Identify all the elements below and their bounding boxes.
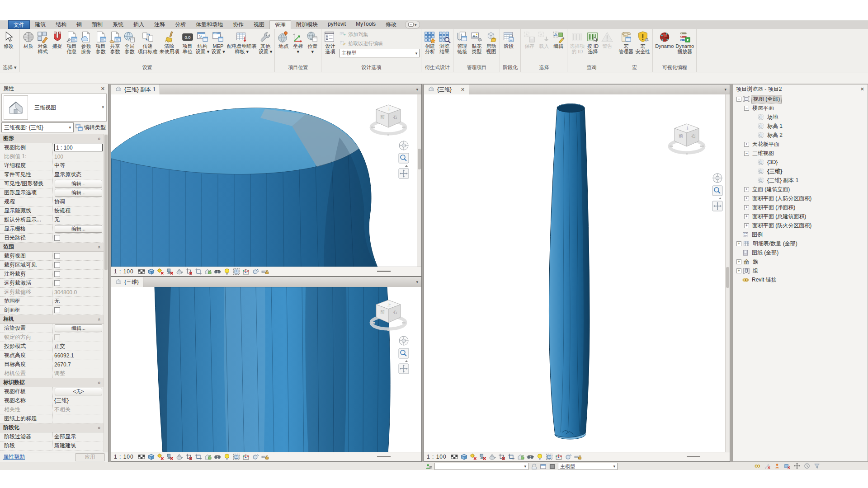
property-value-input[interactable]: 1 : 100 — [54, 144, 103, 151]
collapse-icon[interactable]: − — [744, 106, 749, 111]
ribbon-button-Dynamo[interactable]: Dynamo — [654, 30, 675, 49]
highlight-displacement-sets-icon[interactable] — [252, 453, 259, 460]
checkbox[interactable] — [54, 307, 60, 313]
tree-item-天花板平面[interactable]: +天花板平面 — [733, 140, 868, 149]
tree-item-面积平面 (总建筑面积)[interactable]: +面积平面 (总建筑面积) — [733, 212, 868, 221]
collapse-icon[interactable]: − — [736, 97, 741, 102]
chevron-down-icon[interactable]: ▾ — [102, 105, 104, 109]
rendering-dialog-icon[interactable] — [176, 453, 183, 460]
view-tab-active[interactable]: {三维} ✕ — [424, 84, 469, 94]
checkbox[interactable] — [54, 235, 60, 241]
selection-filter-icon[interactable] — [814, 463, 821, 469]
temporary-view-properties-icon[interactable] — [233, 268, 240, 275]
ribbon-button-捕捉[interactable]: 捕捉 — [50, 30, 65, 49]
ribbon-button-配电盘明细表样板[interactable]: 配电盘明细表样板 ▾ — [226, 30, 258, 54]
expand-icon[interactable]: + — [744, 196, 749, 201]
ribbon-button-创建分析[interactable]: 创建分析 — [423, 30, 437, 54]
menu-tab-file[interactable]: 文件 — [8, 20, 30, 29]
tree-item-三维视图[interactable]: −三维视图 — [733, 149, 868, 158]
temporary-hide-isolate-icon[interactable] — [214, 268, 221, 275]
edit-button[interactable]: 编辑... — [55, 180, 102, 188]
view-scale[interactable]: 1 : 100 — [114, 454, 134, 460]
highlight-displacement-sets-icon[interactable] — [252, 268, 259, 275]
shadows-off-icon[interactable] — [166, 453, 174, 460]
reveal-hidden-elements-icon[interactable] — [223, 268, 231, 275]
ribbon-button-地点[interactable]: 地点 — [276, 30, 291, 49]
edit-button[interactable]: 编辑... — [55, 324, 102, 332]
expand-icon[interactable]: + — [744, 205, 749, 210]
collapse-icon[interactable]: − — [744, 151, 749, 156]
edit-button[interactable]: <无> — [55, 388, 102, 395]
view-scale[interactable]: 1 : 100 — [427, 454, 447, 460]
tab-list-caret-icon[interactable]: ▾ — [413, 277, 421, 287]
viewport-canvas[interactable]: 上前右 — [111, 287, 421, 452]
tree-item-Revit 链接[interactable]: Revit 链接 — [733, 275, 868, 284]
ribbon-button-阶段[interactable]: 阶段 — [501, 30, 516, 49]
menu-tab-pyRevit[interactable]: pyRevit — [323, 20, 351, 29]
ribbon-button-项目单位[interactable]: 0.0项目单位 — [180, 30, 195, 54]
expand-icon[interactable]: + — [736, 241, 741, 246]
menu-tab-结构[interactable]: 结构 — [51, 20, 71, 29]
viewcube[interactable]: 上前右 — [369, 294, 408, 333]
viewport-vscrollbar[interactable] — [417, 94, 421, 267]
menu-tab-注释[interactable]: 注释 — [149, 20, 170, 29]
viewcube[interactable]: 上前右 — [667, 118, 706, 157]
rendering-dialog-icon[interactable] — [489, 453, 496, 460]
visual-style-icon[interactable] — [460, 453, 467, 460]
rendering-dialog-icon[interactable] — [176, 268, 183, 275]
crop-view-off-icon[interactable] — [185, 453, 193, 460]
temporary-view-properties-icon[interactable] — [546, 453, 553, 460]
highlight-displacement-sets-icon[interactable] — [565, 453, 572, 460]
edit-type-button[interactable]: 编辑类型 — [75, 124, 107, 131]
tree-item-标高 1[interactable]: 标高 1 — [733, 122, 868, 131]
drag-elements-icon[interactable] — [794, 463, 801, 469]
tree-item-视图 (全部)[interactable]: −视图 (全部) — [733, 94, 868, 103]
tree-item-场地[interactable]: 场地 — [733, 113, 868, 122]
checkbox[interactable] — [54, 280, 60, 286]
viewport-hscrollbar[interactable] — [271, 452, 419, 461]
background-processes-icon[interactable] — [804, 463, 811, 469]
viewport-canvas[interactable]: 上前右 — [424, 94, 730, 452]
menu-tab-MyTools[interactable]: MyTools — [351, 20, 381, 29]
ribbon-button-其他设置[interactable]: 其他设置 ▾ — [258, 30, 274, 54]
view-tab[interactable]: {三维} 副本 1 — [111, 84, 160, 94]
ribbon-button-浏览结果[interactable]: 浏览结果 — [437, 30, 452, 54]
property-section-标识数据[interactable]: 标识数据« — [0, 378, 104, 387]
type-selector[interactable]: 三维视图: {三维} ▾ — [1, 122, 74, 132]
expand-icon[interactable]: + — [744, 214, 749, 219]
show-crop-region-icon[interactable] — [195, 268, 202, 275]
menu-tab-建筑[interactable]: 建筑 — [30, 20, 51, 29]
navigation-bar[interactable] — [712, 172, 723, 216]
detail-level-icon[interactable] — [451, 453, 458, 460]
menu-tab-钢[interactable]: 钢 — [71, 20, 87, 29]
workset-combo[interactable]: ▾ — [434, 463, 528, 470]
reveal-constraints-icon[interactable] — [261, 268, 269, 275]
view-scale[interactable]: 1 : 100 — [114, 268, 134, 275]
active-design-option-combo[interactable]: 主模型 ▾ — [558, 463, 618, 470]
tab-list-caret-icon[interactable]: ▾ — [721, 84, 730, 94]
select-pinned-icon[interactable] — [774, 463, 781, 469]
viewport-vscrollbar[interactable] — [725, 94, 730, 452]
reveal-constraints-icon[interactable] — [261, 453, 269, 460]
expand-icon[interactable]: + — [744, 142, 749, 147]
expand-icon[interactable]: + — [744, 223, 749, 228]
ribbon-button-宏管理器[interactable]: 宏管理器 — [618, 30, 634, 54]
menu-tab-视图[interactable]: 视图 — [249, 20, 269, 29]
viewport-canvas[interactable]: 上前右 — [111, 94, 421, 267]
menu-tab-插入[interactable]: 插入 — [128, 20, 149, 29]
tree-item-{三维}[interactable]: {三维} — [733, 167, 868, 176]
tab-list-caret-icon[interactable]: ▾ — [413, 84, 421, 94]
ribbon-button-项目信息[interactable]: 项目信息 — [65, 30, 79, 54]
show-crop-region-icon[interactable] — [508, 453, 515, 460]
ribbon-button-贴花类型[interactable]: 贴花类型 — [469, 30, 484, 54]
expand-icon[interactable]: + — [736, 259, 741, 264]
tree-item-明细表/数量 (全部)[interactable]: +明细表/数量 (全部) — [733, 239, 868, 248]
tree-item-立面 (建筑立面)[interactable]: +立面 (建筑立面) — [733, 185, 868, 194]
show-crop-region-icon[interactable] — [195, 453, 202, 460]
ribbon-button-Dynamo播放器[interactable]: Dynamo播放器 — [675, 30, 695, 54]
property-section-范围[interactable]: 范围« — [0, 243, 104, 252]
reveal-hidden-elements-icon[interactable] — [223, 453, 231, 460]
ribbon-button-设计选项[interactable]: 设计选项 — [323, 30, 337, 54]
type-preview[interactable]: 三维视图 ▾ — [1, 94, 107, 122]
tree-item-{三维} 副本 1[interactable]: {三维} 副本 1 — [733, 176, 868, 185]
